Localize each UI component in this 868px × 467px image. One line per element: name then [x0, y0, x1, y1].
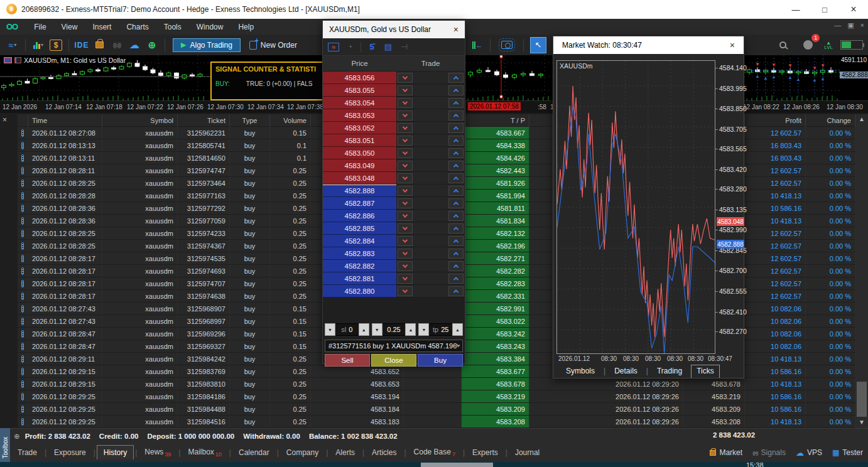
buy-at-price-button[interactable]	[448, 198, 464, 208]
bid-price[interactable]: 4582.883	[323, 247, 396, 260]
chart-template-icon[interactable]	[14, 57, 21, 63]
bid-price[interactable]: 4582.888	[323, 185, 396, 197]
depth-ladder-icon[interactable]: ▤	[382, 42, 394, 51]
tab-journal[interactable]: Journal	[509, 446, 546, 459]
bid-price[interactable]: 4582.885	[323, 222, 396, 235]
close-button[interactable]: ×	[839, 0, 868, 19]
tab-vps[interactable]: ☁VPS	[796, 448, 822, 458]
bid-price[interactable]: 4582.886	[323, 210, 396, 222]
plus-icon[interactable]: ⊕	[14, 432, 20, 441]
sell-at-price-button[interactable]	[398, 274, 413, 284]
tab-history[interactable]: History	[97, 445, 134, 459]
tab-articles[interactable]: Articles	[366, 446, 403, 459]
tab-code-base[interactable]: Code Base7	[408, 445, 462, 460]
buy-at-price-button[interactable]	[448, 286, 464, 296]
ask-price[interactable]: 4583.050	[323, 147, 396, 159]
menu-insert[interactable]: Insert	[85, 20, 119, 34]
buy-at-price-button[interactable]	[448, 85, 464, 95]
buy-at-price-button[interactable]	[448, 98, 464, 108]
buy-button[interactable]: Buy	[418, 354, 463, 367]
tab-calendar[interactable]: Calendar	[232, 446, 276, 459]
menu-tools[interactable]: Tools	[156, 20, 189, 34]
signals-icon[interactable]: ((o))	[109, 38, 124, 53]
bid-price[interactable]: 4582.887	[323, 197, 396, 210]
screenshot-icon[interactable]	[499, 38, 514, 53]
buy-at-price-button[interactable]	[448, 236, 464, 246]
ask-price[interactable]: 4583.049	[323, 159, 396, 172]
bid-row[interactable]: 4582.886	[323, 210, 465, 222]
volume-decrease-icon[interactable]: ▼	[372, 323, 382, 336]
tab-news[interactable]: News39	[138, 445, 177, 460]
buy-at-price-button[interactable]	[448, 223, 464, 234]
bid-row[interactable]: 4582.888	[323, 185, 465, 197]
table-row[interactable]: 2026.01.12 08:29:25xauusdm3125984516buy0…	[18, 416, 855, 428]
vertical-scrollbar[interactable]: ▲ ▼	[855, 114, 868, 428]
sell-at-price-button[interactable]	[398, 173, 413, 183]
buy-at-price-button[interactable]	[448, 173, 464, 183]
bid-row[interactable]: 4582.881	[323, 272, 465, 285]
sell-at-price-button[interactable]	[398, 73, 413, 83]
sell-at-price-button[interactable]	[398, 123, 413, 133]
ask-price[interactable]: 4583.052	[323, 122, 396, 134]
buy-at-price-button[interactable]	[448, 211, 464, 221]
sell-at-price-button[interactable]	[398, 261, 413, 271]
child-restore-icon[interactable]: ▣	[847, 21, 854, 30]
dialog-close-icon[interactable]: ×	[453, 24, 458, 35]
ask-row[interactable]: 4583.048	[323, 172, 465, 185]
new-order-button[interactable]: New Order	[244, 39, 302, 51]
buy-at-price-button[interactable]	[448, 123, 464, 133]
mid-chart[interactable]	[465, 55, 553, 100]
sell-at-price-button[interactable]	[398, 85, 413, 95]
scrollbar-thumb[interactable]	[857, 382, 867, 417]
tab-signals[interactable]: ((•))Signals	[752, 448, 786, 457]
position-select[interactable]: #3125771516 buy 1 XAUUSDm 4587.196	[325, 340, 463, 352]
maximize-button[interactable]: □	[810, 0, 839, 19]
child-minimize-icon[interactable]: —	[834, 21, 841, 30]
ask-price[interactable]: 4583.055	[323, 84, 396, 97]
dialog-title-bar[interactable]: XAUUSDm, Gold vs US Dollar ×	[323, 21, 465, 38]
sell-button[interactable]: Sell	[325, 354, 370, 367]
tab-alerts[interactable]: Alerts	[329, 446, 361, 459]
search-icon[interactable]	[775, 38, 790, 53]
dollar-icon[interactable]: $	[48, 38, 63, 53]
sell-at-price-button[interactable]	[398, 186, 413, 196]
bid-row[interactable]: 4582.887	[323, 197, 465, 210]
tab-trading[interactable]: Trading	[652, 365, 687, 377]
menu-charts[interactable]: Charts	[119, 20, 156, 34]
tab-trade[interactable]: Trade	[11, 446, 43, 459]
sell-at-price-button[interactable]	[398, 161, 413, 171]
ask-row[interactable]: 4583.052	[323, 122, 465, 134]
time-sales-icon[interactable]: ◔	[344, 42, 355, 51]
ask-row[interactable]: 4583.055	[323, 84, 465, 97]
buy-at-price-button[interactable]	[448, 261, 464, 271]
notifications-icon[interactable]: 1	[800, 38, 815, 53]
sl-decrease-icon[interactable]: ▼	[325, 323, 335, 336]
market-watch-title-bar[interactable]: Market Watch: 08:30:47 ×	[553, 36, 744, 54]
minimize-button[interactable]: —	[781, 0, 810, 19]
buy-at-price-button[interactable]	[448, 249, 464, 259]
ask-row[interactable]: 4583.053	[323, 109, 465, 122]
ask-price[interactable]: 4583.054	[323, 97, 396, 109]
bid-price[interactable]: 4582.881	[323, 272, 396, 285]
ask-row[interactable]: 4583.054	[323, 97, 465, 109]
tab-tester[interactable]: ▦Tester	[832, 448, 863, 457]
bid-price[interactable]: 4582.882	[323, 260, 396, 272]
ask-price[interactable]: 4583.053	[323, 109, 396, 122]
bar-shift-icon[interactable]: ←	[470, 38, 485, 53]
one-click-icon[interactable]: 5̂	[366, 42, 377, 51]
sell-at-price-button[interactable]	[398, 211, 413, 221]
sell-at-price-button[interactable]	[398, 223, 413, 234]
ask-row[interactable]: 4583.051	[323, 134, 465, 147]
bid-row[interactable]: 4582.883	[323, 247, 465, 260]
menu-file[interactable]: File	[26, 20, 53, 34]
sell-at-price-button[interactable]	[398, 110, 413, 121]
cursor-tool-button[interactable]: ↖	[530, 37, 546, 53]
tp-stepper[interactable]: ▼ tp25 ▲	[418, 323, 463, 336]
tab-mailbox[interactable]: Mailbox10	[182, 445, 227, 460]
ask-row[interactable]: 4583.056	[323, 72, 465, 84]
child-close-icon[interactable]: ×	[860, 21, 864, 30]
bid-price[interactable]: 4582.884	[323, 235, 396, 247]
volume-stepper[interactable]: ▼ 0.25 ▲	[372, 323, 416, 336]
scroll-up-icon[interactable]: ▲	[855, 115, 868, 122]
menu-view[interactable]: View	[54, 20, 85, 34]
